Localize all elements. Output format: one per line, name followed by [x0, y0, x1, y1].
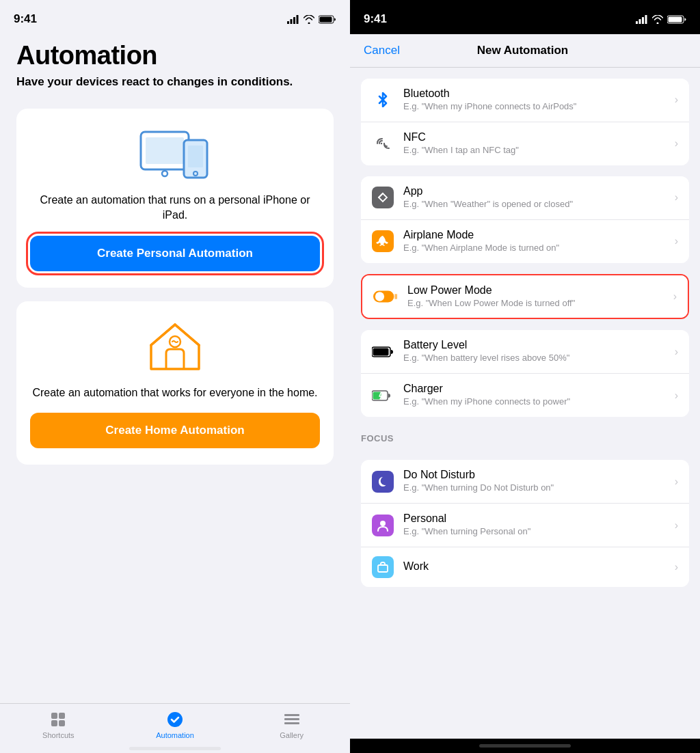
- list-item-battery-level[interactable]: Battery Level E.g. "When battery level r…: [361, 330, 689, 374]
- personal-card-description: Create an automation that runs on a pers…: [30, 193, 320, 223]
- chevron-icon: ›: [675, 389, 678, 402]
- signal-icon: [287, 15, 299, 24]
- low-power-subtitle: E.g. "When Low Power Mode is turned off": [407, 298, 668, 310]
- section-focus: Do Not Disturb E.g. "When turning Do Not…: [361, 460, 689, 587]
- right-content: Cancel New Automation Bluetooth E.g. "Wh…: [350, 34, 700, 739]
- svg-rect-16: [59, 713, 65, 719]
- charger-icon: [372, 385, 394, 407]
- svg-rect-0: [287, 21, 289, 24]
- list-container[interactable]: Bluetooth E.g. "When my iPhone connects …: [350, 68, 700, 739]
- focus-section-header: FOCUS: [350, 417, 700, 449]
- list-item-do-not-disturb[interactable]: Do Not Disturb E.g. "When turning Do Not…: [361, 460, 689, 504]
- list-item-low-power[interactable]: Low Power Mode E.g. "When Low Power Mode…: [362, 275, 688, 318]
- battery-icon-right: [667, 15, 686, 24]
- list-item-personal[interactable]: Personal E.g. "When turning Personal on"…: [361, 504, 689, 547]
- battery-level-icon: [372, 341, 394, 363]
- status-icons-right: [636, 15, 686, 24]
- svg-rect-7: [146, 137, 184, 164]
- svg-rect-21: [284, 718, 299, 720]
- airplane-icon: [372, 230, 394, 252]
- nav-title: New Automation: [477, 44, 568, 57]
- list-item-nfc[interactable]: NFC E.g. "When I tap an NFC tag" ›: [361, 122, 689, 165]
- airplane-subtitle: E.g. "When Airplane Mode is turned on": [403, 243, 669, 254]
- do-not-disturb-text: Do Not Disturb E.g. "When turning Do Not…: [403, 469, 669, 494]
- svg-rect-20: [284, 714, 299, 716]
- nfc-text: NFC E.g. "When I tap an NFC tag": [403, 131, 669, 156]
- shortcuts-tab-label: Shortcuts: [42, 731, 74, 739]
- personal-focus-text: Personal E.g. "When turning Personal on": [403, 512, 669, 538]
- bluetooth-text: Bluetooth E.g. "When my iPhone connects …: [403, 87, 669, 113]
- svg-rect-10: [188, 146, 203, 167]
- list-item-work[interactable]: Work ›: [361, 547, 689, 587]
- section-battery: Battery Level E.g. "When battery level r…: [361, 330, 689, 417]
- svg-rect-31: [394, 294, 397, 299]
- chevron-icon: ›: [675, 191, 678, 204]
- chevron-icon: ›: [675, 94, 678, 106]
- svg-rect-18: [59, 720, 65, 726]
- charger-text: Charger E.g. "When my iPhone connects to…: [403, 383, 669, 408]
- svg-rect-2: [293, 17, 295, 24]
- nfc-subtitle: E.g. "When I tap an NFC tag": [403, 145, 669, 156]
- signal-icon-right: [636, 15, 648, 24]
- left-content: Automation Have your devices react to ch…: [0, 34, 350, 741]
- svg-rect-15: [51, 713, 57, 719]
- tab-gallery[interactable]: Gallery: [233, 711, 350, 739]
- chevron-icon: ›: [675, 235, 678, 247]
- create-home-automation-button[interactable]: Create Home Automation: [30, 413, 320, 448]
- low-power-text: Low Power Mode E.g. "When Low Power Mode…: [407, 284, 668, 310]
- right-panel: 9:41 Cancel New Automation: [350, 0, 700, 753]
- personal-icon: [372, 515, 394, 536]
- chevron-icon: ›: [675, 476, 678, 488]
- list-item-charger[interactable]: Charger E.g. "When my iPhone connects to…: [361, 374, 689, 417]
- work-icon: [372, 556, 394, 578]
- time-left: 9:41: [14, 12, 37, 26]
- tab-shortcuts[interactable]: Shortcuts: [0, 711, 117, 739]
- left-panel: 9:41 Automation Hav: [0, 0, 350, 753]
- create-personal-automation-button[interactable]: Create Personal Automation: [30, 236, 320, 271]
- svg-rect-24: [639, 19, 641, 24]
- page-title: Automation: [16, 41, 334, 70]
- status-icons-left: [287, 15, 336, 24]
- svg-rect-3: [297, 15, 299, 24]
- time-right: 9:41: [364, 12, 387, 26]
- svg-rect-33: [373, 348, 389, 355]
- svg-rect-23: [636, 21, 638, 24]
- svg-rect-26: [645, 15, 647, 24]
- gallery-tab-label: Gallery: [280, 731, 304, 739]
- app-title: App: [403, 185, 669, 197]
- list-item-bluetooth[interactable]: Bluetooth E.g. "When my iPhone connects …: [361, 79, 689, 122]
- battery-level-text: Battery Level E.g. "When battery level r…: [403, 339, 669, 364]
- cancel-button[interactable]: Cancel: [364, 44, 400, 57]
- svg-line-14: [175, 325, 199, 345]
- status-bar-left: 9:41: [0, 0, 350, 34]
- personal-devices-icon: [137, 125, 213, 183]
- automation-tab-label: Automation: [156, 731, 194, 739]
- svg-rect-37: [378, 565, 388, 572]
- section-app-airplane: App E.g. "When "Weather" is opened or cl…: [361, 176, 689, 263]
- tab-bar: Shortcuts Automation Gallery: [0, 703, 350, 753]
- work-text: Work: [403, 560, 669, 574]
- house-svg: [144, 318, 206, 376]
- svg-point-19: [167, 712, 183, 727]
- list-item-airplane[interactable]: Airplane Mode E.g. "When Airplane Mode i…: [361, 220, 689, 263]
- battery-level-subtitle: E.g. "When battery level rises above 50%…: [403, 353, 669, 364]
- nav-bar: Cancel New Automation: [350, 34, 700, 68]
- status-bar-right: 9:41: [350, 0, 700, 34]
- gallery-icon: [283, 711, 301, 728]
- devices-svg: [137, 125, 213, 183]
- low-power-icon: [373, 289, 398, 304]
- personal-card: Create an automation that runs on a pers…: [16, 109, 334, 288]
- home-card: Create an automation that works for ever…: [16, 301, 334, 465]
- app-subtitle: E.g. "When "Weather" is opened or closed…: [403, 199, 669, 210]
- do-not-disturb-title: Do Not Disturb: [403, 469, 669, 481]
- low-power-title: Low Power Mode: [407, 284, 668, 297]
- app-icon: [372, 187, 394, 208]
- tab-automation[interactable]: Automation: [117, 711, 234, 739]
- personal-focus-title: Personal: [403, 512, 669, 525]
- personal-focus-subtitle: E.g. "When turning Personal on": [403, 526, 669, 538]
- home-icon: [144, 318, 206, 376]
- airplane-title: Airplane Mode: [403, 229, 669, 241]
- svg-point-36: [380, 521, 386, 526]
- list-item-app[interactable]: App E.g. "When "Weather" is opened or cl…: [361, 176, 689, 220]
- charger-subtitle: E.g. "When my iPhone connects to power": [403, 396, 669, 408]
